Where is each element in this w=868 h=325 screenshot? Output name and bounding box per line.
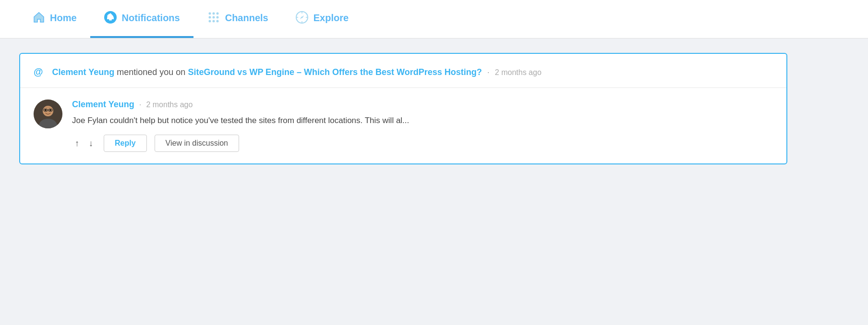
card-body: Clement Yeung · 2 months ago Joe Fylan c…	[20, 88, 786, 163]
explore-icon	[295, 11, 309, 26]
nav-channels-label: Channels	[225, 12, 268, 24]
channels-icon	[207, 11, 220, 26]
nav-item-home[interactable]: Home	[19, 0, 90, 38]
svg-point-20	[45, 109, 47, 111]
vote-arrows: ↑ ↓	[72, 137, 96, 150]
home-icon	[33, 11, 45, 25]
card-header: @ Clement Yeung mentioned you on SiteGro…	[20, 54, 786, 88]
article-title-link[interactable]: SiteGround vs WP Engine – Which Offers t…	[188, 67, 482, 77]
nav-explore-label: Explore	[313, 12, 349, 24]
svg-point-6	[208, 16, 211, 18]
svg-point-5	[216, 12, 218, 14]
svg-rect-1	[109, 19, 112, 21]
svg-point-10	[212, 20, 215, 22]
comment-meta: Clement Yeung · 2 months ago	[72, 100, 773, 110]
nav-item-explore[interactable]: Explore	[282, 0, 362, 38]
downvote-button[interactable]: ↓	[86, 137, 96, 150]
mention-text: mentioned you on	[117, 67, 185, 77]
reply-button[interactable]: Reply	[104, 135, 147, 152]
upvote-button[interactable]: ↑	[72, 137, 82, 150]
nav-notifications-label: Notifications	[122, 12, 180, 24]
mention-at-symbol: @	[34, 66, 43, 77]
svg-point-2	[109, 13, 111, 14]
nav-bar: Home Notifications	[0, 0, 868, 38]
comment-dot: ·	[139, 100, 142, 110]
nav-home-label: Home	[50, 12, 77, 24]
nav-item-notifications[interactable]: Notifications	[90, 0, 193, 38]
avatar	[34, 100, 62, 128]
comment-time: 2 months ago	[146, 100, 193, 109]
svg-point-3	[208, 12, 211, 14]
comment-actions: ↑ ↓ Reply View in discussion	[72, 135, 773, 152]
svg-point-21	[49, 109, 51, 111]
svg-point-4	[212, 12, 215, 14]
comment-content: Clement Yeung · 2 months ago Joe Fylan c…	[72, 100, 773, 152]
notification-card: @ Clement Yeung mentioned you on SiteGro…	[19, 53, 787, 164]
notifications-icon	[104, 11, 117, 26]
svg-point-8	[216, 16, 218, 18]
svg-point-11	[216, 20, 218, 22]
mention-user-link[interactable]: Clement Yeung	[52, 67, 115, 77]
svg-point-9	[208, 20, 211, 22]
view-in-discussion-button[interactable]: View in discussion	[155, 135, 239, 152]
svg-point-7	[212, 16, 215, 18]
nav-item-channels[interactable]: Channels	[193, 0, 282, 38]
content-area: @ Clement Yeung mentioned you on SiteGro…	[0, 38, 868, 325]
header-time-ago: 2 months ago	[495, 68, 542, 76]
commenter-name[interactable]: Clement Yeung	[72, 100, 134, 110]
comment-text: Joe Fylan couldn't help but notice you'v…	[72, 114, 773, 127]
header-dot: ·	[487, 67, 490, 77]
